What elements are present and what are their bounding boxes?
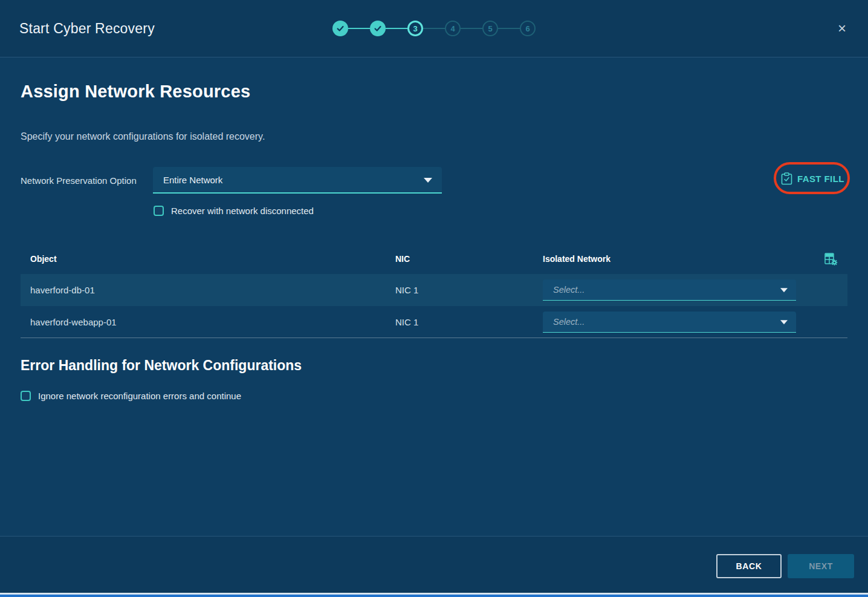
object-name: haverford-webapp-01 bbox=[30, 317, 395, 327]
step-connector bbox=[461, 28, 482, 29]
step-1-completed bbox=[332, 21, 348, 36]
clipboard-check-icon bbox=[781, 172, 792, 185]
ignore-errors-option: Ignore network reconfiguration errors an… bbox=[21, 391, 241, 401]
bottom-edge-blue-line bbox=[0, 595, 868, 597]
wizard-body: Assign Network Resources Specify your ne… bbox=[0, 57, 868, 536]
table-column-settings-button[interactable] bbox=[824, 252, 838, 266]
step-6: 6 bbox=[520, 21, 536, 36]
step-connector bbox=[386, 28, 407, 29]
wizard-footer: BACK NEXT bbox=[0, 536, 868, 593]
close-icon: × bbox=[838, 20, 846, 36]
wizard-title: Start Cyber Recovery bbox=[19, 21, 155, 37]
column-header-isolated-network: Isolated Network bbox=[543, 254, 847, 264]
close-button[interactable]: × bbox=[833, 19, 851, 38]
step-4: 4 bbox=[445, 21, 461, 36]
check-icon bbox=[336, 24, 345, 33]
check-icon bbox=[374, 24, 382, 33]
next-button[interactable]: NEXT bbox=[788, 554, 854, 578]
step-connector bbox=[423, 28, 445, 29]
chevron-down-icon bbox=[780, 288, 788, 292]
network-preservation-label: Network Preservation Option bbox=[21, 175, 153, 186]
dropdown-selected-value: Entire Network bbox=[163, 175, 222, 185]
network-resources-table: Object NIC Isolated Network bbox=[21, 244, 847, 338]
chevron-down-icon bbox=[424, 178, 432, 183]
step-2-completed bbox=[370, 21, 386, 36]
page-title: Assign Network Resources bbox=[21, 82, 250, 102]
window-bottom-edge bbox=[0, 593, 868, 597]
recover-disconnected-checkbox[interactable] bbox=[154, 206, 164, 216]
table-header-row: Object NIC Isolated Network bbox=[21, 244, 847, 274]
error-handling-heading: Error Handling for Network Configuration… bbox=[21, 357, 302, 374]
recover-disconnected-option: Recover with network disconnected bbox=[154, 206, 314, 216]
nic-value: NIC 1 bbox=[395, 317, 543, 327]
isolated-network-select[interactable]: Select... bbox=[543, 279, 796, 301]
select-placeholder: Select... bbox=[553, 285, 585, 295]
fast-fill-button[interactable]: FAST FILL bbox=[781, 168, 844, 189]
network-preservation-row: Network Preservation Option Entire Netwo… bbox=[21, 167, 442, 194]
fast-fill-label: FAST FILL bbox=[797, 174, 844, 184]
network-preservation-dropdown[interactable]: Entire Network bbox=[153, 167, 442, 194]
isolated-network-select[interactable]: Select... bbox=[543, 312, 796, 333]
step-connector bbox=[498, 28, 520, 29]
step-5: 5 bbox=[482, 21, 498, 36]
table-row: haverford-db-01 NIC 1 Select... bbox=[21, 274, 847, 306]
ignore-errors-label: Ignore network reconfiguration errors an… bbox=[38, 391, 241, 401]
table-row: haverford-webapp-01 NIC 1 Select... bbox=[21, 306, 847, 338]
recover-disconnected-label: Recover with network disconnected bbox=[171, 206, 314, 216]
table-column-settings-icon bbox=[824, 252, 838, 266]
back-button[interactable]: BACK bbox=[716, 554, 782, 578]
column-header-object: Object bbox=[30, 254, 395, 264]
step-connector bbox=[348, 28, 370, 29]
object-name: haverford-db-01 bbox=[30, 285, 395, 295]
select-placeholder: Select... bbox=[553, 317, 585, 327]
wizard-stepper: 3 4 5 6 bbox=[332, 21, 536, 36]
column-header-nic: NIC bbox=[395, 254, 543, 264]
ignore-errors-checkbox[interactable] bbox=[21, 391, 31, 401]
wizard-header: Start Cyber Recovery 3 4 5 6 × bbox=[0, 0, 868, 57]
nic-value: NIC 1 bbox=[395, 285, 543, 295]
chevron-down-icon bbox=[780, 320, 788, 324]
page-subtitle: Specify your network configurations for … bbox=[21, 131, 265, 142]
cyber-recovery-wizard: Start Cyber Recovery 3 4 5 6 × Assign Ne… bbox=[0, 0, 868, 597]
step-3-active: 3 bbox=[407, 21, 423, 36]
